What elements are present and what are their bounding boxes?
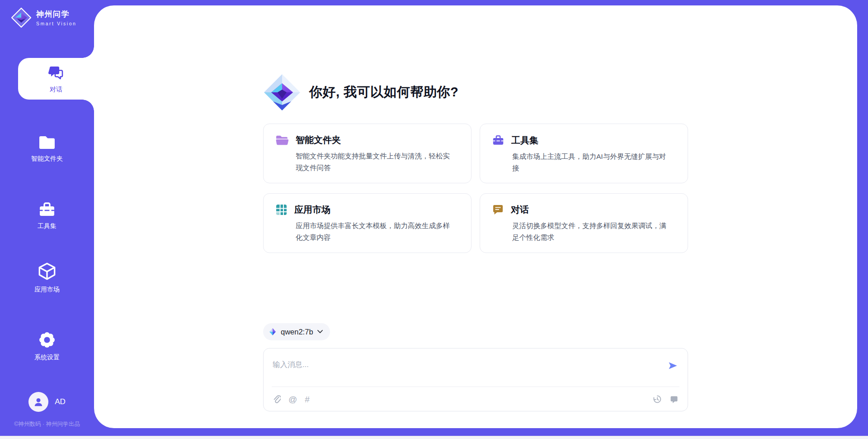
message-input[interactable] (273, 358, 643, 371)
diamond-logo-icon (263, 73, 301, 111)
toolbar-right (653, 394, 679, 404)
card-app-market[interactable]: 应用市场 应用市场提供丰富长文本模板，助力高效生成多样化文章内容 (263, 193, 472, 253)
card-toolset[interactable]: 工具集 集成市场上主流工具，助力AI与外界无缝扩展与对接 (480, 124, 688, 183)
user-profile[interactable]: AD (0, 392, 94, 412)
card-smart-folder[interactable]: 智能文件夹 智能文件夹功能支持批量文件上传与清洗，轻松实现文件问答 (263, 124, 472, 183)
sidebar-item-settings[interactable]: 系统设置 (0, 330, 94, 362)
chat-bubbles-icon (47, 64, 65, 82)
copyright-text: ©神州数码 · 神州问学出品 (0, 420, 94, 428)
toolbox-icon (492, 134, 505, 147)
folder-icon (38, 134, 57, 151)
model-selector[interactable]: qwen2:7b (263, 323, 330, 340)
send-icon (667, 360, 678, 371)
chevron-down-icon (317, 330, 323, 334)
sidebar-item-chat[interactable]: 对话 (18, 58, 94, 100)
message-composer: @ # (263, 348, 688, 411)
user-name: AD (55, 397, 66, 406)
send-button[interactable] (667, 360, 679, 372)
model-name: qwen2:7b (281, 328, 313, 336)
person-icon (33, 396, 44, 408)
sidebar-item-label: 智能文件夹 (31, 155, 63, 163)
mention-button[interactable]: @ (288, 394, 297, 404)
gear-icon (37, 330, 57, 350)
app-window: 神州问学 Smart Vision 对话 智能文件夹 (0, 0, 868, 439)
sidebar-item-toolset[interactable]: 工具集 (0, 200, 94, 230)
avatar (28, 392, 48, 412)
brand-logo-icon (11, 7, 32, 28)
sidebar-item-smart-folder[interactable]: 智能文件夹 (0, 134, 94, 163)
sidebar-item-label: 工具集 (38, 222, 57, 230)
composer-divider (272, 387, 679, 387)
composer-toolbar: @ # (273, 394, 679, 404)
sidebar-item-label: 系统设置 (34, 353, 60, 362)
card-description: 应用市场提供丰富长文本模板，助力高效生成多样化文章内容 (296, 220, 455, 243)
sidebar-item-label: 对话 (50, 86, 62, 94)
greeting-title: 你好, 我可以如何帮助你? (309, 83, 458, 101)
card-description: 灵活切换多模型文件，支持多样回复效果调试，满足个性化需求 (512, 220, 671, 243)
history-button[interactable] (653, 394, 662, 404)
cube-icon (37, 262, 57, 282)
main-panel: 你好, 我可以如何帮助你? 智能文件夹 智能文件夹功能支持批量文件上传与清洗，轻… (94, 5, 857, 428)
card-title: 对话 (511, 204, 529, 216)
paperclip-icon (273, 395, 281, 404)
card-title: 智能文件夹 (296, 134, 341, 146)
conversations-button[interactable] (670, 394, 679, 404)
feature-cards: 智能文件夹 智能文件夹功能支持批量文件上传与清洗，轻松实现文件问答 工具集 集成… (263, 124, 688, 253)
card-description: 集成市场上主流工具，助力AI与外界无缝扩展与对接 (512, 151, 671, 174)
hash-icon: # (305, 395, 310, 404)
window-bottom-edge (0, 436, 868, 439)
card-chat[interactable]: 对话 灵活切换多模型文件，支持多样回复效果调试，满足个性化需求 (480, 193, 688, 253)
brand-subtitle: Smart Vision (36, 21, 76, 26)
toolbox-icon (38, 200, 57, 219)
attach-button[interactable] (273, 394, 281, 404)
at-icon: @ (288, 395, 297, 404)
message-icon (670, 395, 679, 404)
grid-icon (275, 204, 288, 216)
toolbar-left: @ # (273, 394, 310, 404)
brand-name: 神州问学 (36, 9, 76, 19)
sidebar-item-app-market[interactable]: 应用市场 (0, 262, 94, 294)
card-title: 工具集 (511, 134, 538, 147)
greeting: 你好, 我可以如何帮助你? (263, 73, 458, 111)
mini-diamond-icon (269, 328, 277, 336)
brand: 神州问学 Smart Vision (11, 7, 76, 28)
history-icon (653, 395, 662, 404)
chat-square-icon (492, 204, 504, 216)
card-description: 智能文件夹功能支持批量文件上传与清洗，轻松实现文件问答 (296, 150, 455, 174)
card-title: 应用市场 (294, 204, 330, 216)
sidebar-item-label: 应用市场 (34, 286, 60, 294)
brand-text: 神州问学 Smart Vision (36, 9, 76, 26)
sidebar: 神州问学 Smart Vision 对话 智能文件夹 (0, 0, 94, 439)
open-folder-icon (275, 134, 289, 146)
topic-button[interactable]: # (305, 394, 310, 404)
